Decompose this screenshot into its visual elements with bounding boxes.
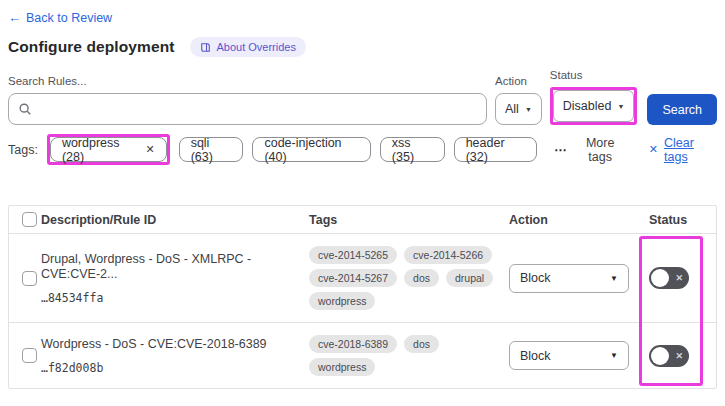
status-label: Status [550, 69, 638, 81]
rule-tag-pill: cve-2014-5266 [404, 246, 492, 264]
heading-row: Configure deployment About Overrides [8, 37, 717, 57]
toggle-off-icon: ✕ [675, 273, 683, 283]
search-box [8, 93, 487, 125]
search-button[interactable]: Search [647, 94, 717, 125]
filter-row: Search Rules... Action All ▼ Status Disa… [8, 69, 717, 125]
table-row: Wordpress - DoS - CVE:CVE-2018-6389 …f82… [9, 323, 716, 388]
rule-tag-pill: dos [404, 269, 439, 287]
rule-description: Drupal, Wordpress - DoS - XMLRPC - CVE:C… [41, 252, 295, 282]
chevron-down-icon: ▼ [610, 351, 618, 360]
column-header-status: Status [649, 213, 718, 227]
rule-id: …84534ffa [41, 291, 295, 305]
tags-filter-row: Tags: wordpress (28) ✕ sqli (63) code-in… [8, 134, 717, 165]
tag-chip-list: sqli (63) code-injection (40) xss (35) h… [179, 137, 537, 162]
rule-tag-pill: wordpress [309, 292, 375, 310]
search-rules-label: Search Rules... [8, 75, 487, 87]
action-select-value: Block [520, 271, 551, 285]
about-overrides-label: About Overrides [216, 41, 295, 53]
action-select[interactable]: Block ▼ [509, 264, 629, 293]
status-highlight-annotation: Disabled ▼ [550, 87, 638, 125]
rule-tag-pill: cve-2018-6389 [309, 335, 397, 353]
rules-table: Description/Rule ID Tags Action Status D… [8, 205, 717, 389]
action-dropdown-value: All [505, 102, 519, 116]
column-header-tags: Tags [309, 213, 509, 227]
tag-chip-label: sqli (63) [191, 136, 232, 164]
tag-chip[interactable]: header (32) [454, 137, 537, 162]
status-dropdown[interactable]: Disabled ▼ [553, 90, 635, 122]
tag-chip-wordpress[interactable]: wordpress (28) ✕ [50, 137, 167, 162]
about-overrides-badge[interactable]: About Overrides [190, 37, 305, 57]
rule-tag-pill: drupal [446, 269, 493, 287]
chevron-down-icon: ▼ [525, 106, 532, 113]
row-checkbox[interactable] [22, 271, 37, 286]
tags-label: Tags: [8, 143, 38, 157]
rule-tag-pill: dos [404, 335, 439, 353]
chevron-down-icon: ▼ [617, 103, 624, 110]
book-icon [200, 42, 211, 53]
tag-chip-label: xss (35) [392, 136, 433, 164]
rule-tag-pill: wordpress [309, 358, 375, 376]
table-row: Drupal, Wordpress - DoS - XMLRPC - CVE:C… [9, 234, 716, 323]
toggle-knob [651, 269, 669, 287]
rule-id: …f82d008b [41, 361, 295, 375]
action-dropdown[interactable]: All ▼ [495, 93, 542, 125]
status-toggle[interactable]: ✕ [649, 345, 689, 367]
column-header-description: Description/Rule ID [41, 213, 309, 227]
tag-chip-label: wordpress (28) [62, 136, 139, 164]
more-tags-label: More tags [574, 136, 625, 164]
rule-tags: cve-2018-6389doswordpress [309, 335, 499, 376]
tag-chip-label: code-injection (40) [264, 136, 358, 164]
tag-chip[interactable]: sqli (63) [179, 137, 244, 162]
table-header-row: Description/Rule ID Tags Action Status [9, 206, 716, 234]
row-checkbox[interactable] [22, 348, 37, 363]
search-rules-input[interactable] [9, 94, 486, 124]
ellipsis-icon: ⋯ [554, 142, 568, 157]
back-arrow-icon: ← [8, 10, 21, 25]
page-title: Configure deployment [8, 38, 174, 56]
configure-deployment-page: ← Back to Review Configure deployment Ab… [0, 0, 725, 406]
rule-tag-pill: cve-2014-5265 [309, 246, 397, 264]
status-toggle[interactable]: ✕ [649, 267, 689, 289]
select-all-checkbox[interactable] [22, 212, 37, 227]
toggle-knob [651, 347, 669, 365]
status-dropdown-value: Disabled [563, 99, 612, 113]
selected-tag-highlight-annotation: wordpress (28) ✕ [47, 134, 170, 165]
clear-tags-link[interactable]: ✕ Clear tags [649, 136, 717, 164]
back-to-review-link[interactable]: ← Back to Review [8, 10, 112, 25]
clear-tags-label: Clear tags [664, 136, 717, 164]
chevron-down-icon: ▼ [610, 274, 618, 283]
tag-chip[interactable]: code-injection (40) [252, 137, 370, 162]
action-select-value: Block [520, 349, 551, 363]
column-header-action: Action [509, 213, 649, 227]
toggle-off-icon: ✕ [675, 351, 683, 361]
remove-tag-icon[interactable]: ✕ [145, 143, 154, 156]
action-select[interactable]: Block ▼ [509, 341, 629, 370]
more-tags-button[interactable]: ⋯ More tags [554, 136, 626, 164]
rule-tag-pill: cve-2014-5267 [309, 269, 397, 287]
rules-table-body: Drupal, Wordpress - DoS - XMLRPC - CVE:C… [9, 234, 716, 388]
clear-icon: ✕ [649, 143, 658, 156]
action-label: Action [495, 75, 542, 87]
back-link-label: Back to Review [26, 11, 112, 25]
rule-tags: cve-2014-5265cve-2014-5266cve-2014-5267d… [309, 246, 499, 310]
tag-chip[interactable]: xss (35) [380, 137, 445, 162]
rule-description: Wordpress - DoS - CVE:CVE-2018-6389 [41, 337, 295, 352]
tag-chip-label: header (32) [466, 136, 525, 164]
